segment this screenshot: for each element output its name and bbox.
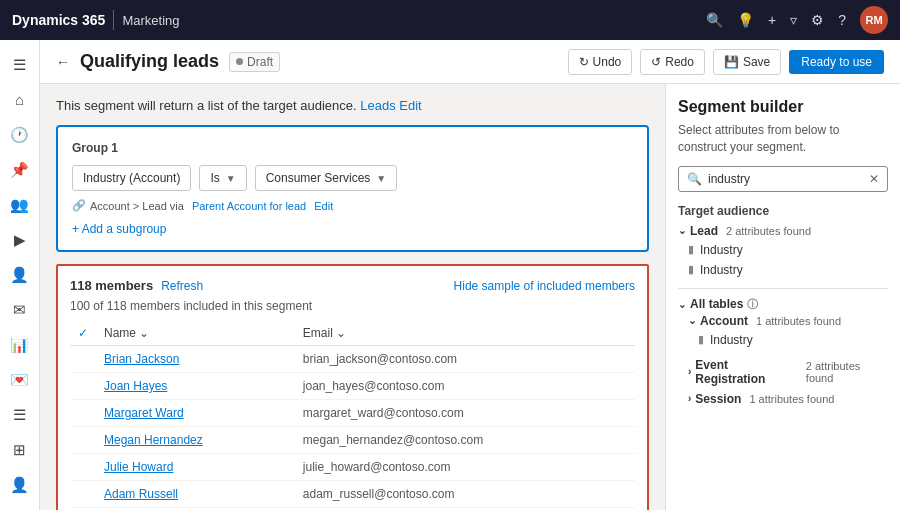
all-tables-label: All tables — [690, 297, 743, 311]
lead-section-label: Lead — [690, 224, 718, 238]
sidebar-list-icon[interactable]: ☰ — [2, 399, 38, 432]
sidebar-contacts-icon[interactable]: 👥 — [2, 188, 38, 221]
session-label: Session — [695, 392, 741, 406]
parent-account-label[interactable]: Parent Account for lead — [192, 200, 306, 212]
page-body: This segment will return a list of the t… — [40, 84, 900, 510]
session-header[interactable]: › Session 1 attributes found — [688, 392, 888, 406]
sidebar-chart-icon[interactable]: 📊 — [2, 329, 38, 362]
sidebar-email-icon[interactable]: ✉ — [2, 294, 38, 327]
ready-to-use-button[interactable]: Ready to use — [789, 50, 884, 74]
account-expand-header[interactable]: ⌄ Account 1 attributes found — [688, 314, 888, 328]
search-input[interactable] — [708, 172, 863, 186]
lead-industry-item-1[interactable]: ▮ Industry — [678, 240, 888, 260]
account-industry-label: Industry — [710, 333, 753, 347]
member-email: brian_jackson@contoso.com — [295, 346, 635, 373]
redo-label: Redo — [665, 55, 694, 69]
members-header: 118 members Refresh Hide sample of inclu… — [70, 278, 635, 293]
lead-expand-header[interactable]: ⌄ Lead 2 attributes found — [678, 224, 888, 238]
status-badge: Draft — [229, 52, 280, 72]
event-count: 2 attributes found — [806, 360, 888, 384]
edit-link[interactable]: Edit — [399, 98, 421, 113]
page-title: Qualifying leads — [80, 51, 219, 72]
sidebar-menu-icon[interactable]: ☰ — [2, 48, 38, 81]
sidebar-person-icon[interactable]: 👤 — [2, 469, 38, 502]
account-edit-link[interactable]: Edit — [314, 200, 333, 212]
member-name[interactable]: Julie Howard — [96, 454, 295, 481]
member-email: julie_howard@contoso.com — [295, 454, 635, 481]
attr-icon-1: ▮ — [688, 243, 694, 256]
member-name[interactable]: Adam Russell — [96, 481, 295, 508]
plus-icon[interactable]: + — [768, 12, 776, 28]
search-icon: 🔍 — [687, 172, 702, 186]
table-row: Joan Hayes joan_hayes@contoso.com — [70, 373, 635, 400]
member-name[interactable]: Margaret Ward — [96, 400, 295, 427]
redo-button[interactable]: ↺ Redo — [640, 49, 705, 75]
topbar: Dynamics 365 Marketing 🔍 💡 + ▿ ⚙ ? RM — [0, 0, 900, 40]
settings-icon[interactable]: ⚙ — [811, 12, 824, 28]
attr-icon-2: ▮ — [688, 263, 694, 276]
hide-members-button[interactable]: Hide sample of included members — [454, 279, 635, 293]
sidebar-play-icon[interactable]: ▶ — [2, 223, 38, 256]
table-row: Margaret Ward margaret_ward@contoso.com — [70, 400, 635, 427]
save-button[interactable]: 💾 Save — [713, 49, 781, 75]
filter-icon[interactable]: ▿ — [790, 12, 797, 28]
col-check: ✓ — [70, 321, 96, 346]
left-sidebar: ☰ ⌂ 🕐 📌 👥 ▶ 👤 ✉ 📊 💌 ☰ ⊞ 👤 — [0, 40, 40, 510]
user-avatar[interactable]: RM — [860, 6, 888, 34]
sidebar-apps-icon[interactable]: ⊞ — [2, 434, 38, 467]
session-chevron: › — [688, 393, 691, 404]
member-name[interactable]: Megan Hernandez — [96, 427, 295, 454]
col-name-header: Name ⌄ — [96, 321, 295, 346]
lead-industry-label-2: Industry — [700, 263, 743, 277]
check-icon: ✓ — [78, 326, 88, 340]
filter-value[interactable]: Consumer Services ▼ — [255, 165, 398, 191]
undo-icon: ↻ — [579, 55, 589, 69]
members-section: 118 members Refresh Hide sample of inclu… — [56, 264, 649, 510]
draft-dot — [236, 58, 243, 65]
lead-industry-item-2[interactable]: ▮ Industry — [678, 260, 888, 280]
lead-industry-label-1: Industry — [700, 243, 743, 257]
members-count: 118 members — [70, 278, 153, 293]
sidebar-segment-icon[interactable]: 👤 — [2, 258, 38, 291]
lightbulb-icon[interactable]: 💡 — [737, 12, 754, 28]
row-check — [70, 346, 96, 373]
module-name: Marketing — [122, 13, 179, 28]
account-industry-item[interactable]: ▮ Industry — [688, 330, 888, 350]
content-area: ← Qualifying leads Draft ↻ Undo ↺ Redo 💾… — [40, 40, 900, 510]
event-registration-header[interactable]: › Event Registration 2 attributes found — [688, 358, 888, 386]
table-row: Brian Jackson brian_jackson@contoso.com — [70, 346, 635, 373]
all-tables-chevron: ⌄ — [678, 299, 686, 310]
segment-description: This segment will return a list of the t… — [56, 98, 649, 113]
member-name[interactable]: Joan Hayes — [96, 373, 295, 400]
header-actions: ↻ Undo ↺ Redo 💾 Save Ready to use — [568, 49, 884, 75]
name-sort-icon[interactable]: ⌄ — [139, 326, 149, 340]
audience-type-link[interactable]: Leads — [360, 98, 395, 113]
event-chevron: › — [688, 366, 691, 377]
segment-builder: Segment builder Select attributes from b… — [665, 84, 900, 510]
all-tables-header[interactable]: ⌄ All tables ⓘ — [678, 297, 888, 312]
refresh-button[interactable]: Refresh — [161, 279, 203, 293]
all-tables-info-icon: ⓘ — [747, 297, 758, 312]
help-icon[interactable]: ? — [838, 12, 846, 28]
email-sort-icon[interactable]: ⌄ — [336, 326, 346, 340]
member-email: margaret_ward@contoso.com — [295, 400, 635, 427]
back-button[interactable]: ← — [56, 54, 70, 70]
sidebar-recent-icon[interactable]: 🕐 — [2, 118, 38, 151]
builder-title: Segment builder — [678, 98, 888, 116]
save-icon: 💾 — [724, 55, 739, 69]
undo-button[interactable]: ↻ Undo — [568, 49, 633, 75]
filter-row: Industry (Account) Is ▼ Consumer Service… — [72, 165, 633, 191]
filter-field[interactable]: Industry (Account) — [72, 165, 191, 191]
row-check — [70, 481, 96, 508]
clear-icon[interactable]: ✕ — [869, 172, 879, 186]
builder-search[interactable]: 🔍 ✕ — [678, 166, 888, 192]
add-subgroup-button[interactable]: + Add a subgroup — [72, 222, 633, 236]
filter-operator[interactable]: Is ▼ — [199, 165, 246, 191]
lead-chevron: ⌄ — [678, 225, 686, 236]
sidebar-pin-icon[interactable]: 📌 — [2, 153, 38, 186]
sidebar-mail2-icon[interactable]: 💌 — [2, 364, 38, 397]
member-name[interactable]: Brian Jackson — [96, 346, 295, 373]
sidebar-home-icon[interactable]: ⌂ — [2, 83, 38, 116]
account-chevron: ⌄ — [688, 315, 696, 326]
search-icon[interactable]: 🔍 — [706, 12, 723, 28]
